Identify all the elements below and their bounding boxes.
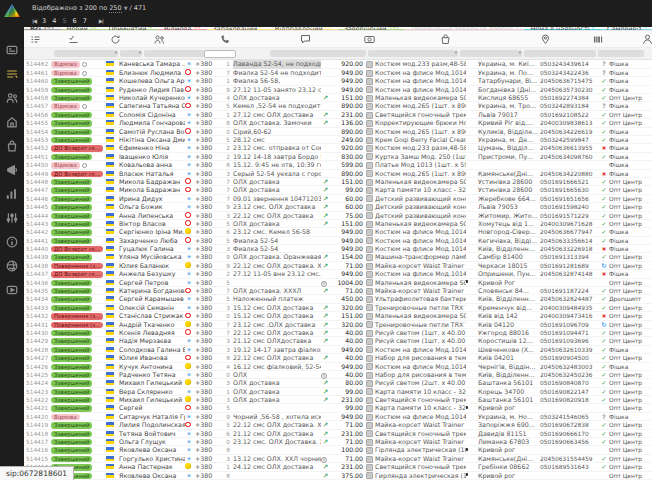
table-row[interactable]: 514433ЗавершенийОлексій Семанін✶+380315.… xyxy=(24,304,652,312)
table-row[interactable]: 514461ВідмоваБлизнюк Людмила ...+3807Фиа… xyxy=(24,69,652,77)
per-page-caret-icon[interactable]: ▼ xyxy=(124,5,128,11)
column-id-icon[interactable] xyxy=(30,34,41,45)
table-row[interactable]: 514424ЗавершенийМихаил Гилецький+3803ОЛХ… xyxy=(24,379,652,387)
sidebar-item-settings[interactable] xyxy=(5,211,19,225)
table-row[interactable]: 514449ДО Возврат ск...Власюк Наталья✶+38… xyxy=(24,170,652,178)
table-row[interactable]: 514416ЗавершенийЯковлева Оксана✶+3808100… xyxy=(24,446,652,454)
filter-input[interactable] xyxy=(204,50,236,58)
column-barcode-icon[interactable] xyxy=(593,34,604,45)
table-row[interactable]: 514458ЗавершенийНиколай Кучеренко✶+3804О… xyxy=(24,94,652,102)
tab-shipped[interactable]: Відправлений12 xyxy=(269,27,338,31)
column-comment-icon[interactable] xyxy=(300,34,311,45)
tab-completed[interactable]: Завершений278 xyxy=(338,27,405,31)
table-row[interactable]: 514455ЗавершенийЛюдмила Гончарова✶+3808О… xyxy=(24,119,652,127)
table-row[interactable]: 514434ЗавершенийСергей Карамышев✶+3805На… xyxy=(24,295,652,303)
page-4[interactable]: 4 xyxy=(52,17,56,25)
table-row[interactable]: 514423ЗавершенийВера Скляренко✶+3801ОЛХ … xyxy=(24,388,652,396)
table-row[interactable]: 514437ДО Возврат ск...Анжела Безушку✶+38… xyxy=(24,270,652,278)
table-row[interactable]: 514460ЗавершенийКошелева Ольга Ар...✶+38… xyxy=(24,77,652,85)
per-page-value[interactable]: 250 xyxy=(109,4,121,13)
sidebar-item-customers[interactable] xyxy=(5,91,19,105)
filter-select[interactable]: ▾ xyxy=(120,50,142,57)
tab-packed[interactable]: Запакований1 xyxy=(207,27,269,31)
sidebar-item-orders[interactable] xyxy=(5,67,19,81)
table-row[interactable]: 514419ЗавершенийЛилия Подолинская+380522… xyxy=(24,421,652,429)
column-person-icon[interactable] xyxy=(642,34,652,45)
page-7[interactable]: 7 xyxy=(83,17,87,25)
filter-select[interactable] xyxy=(524,50,596,57)
table-row[interactable]: 514457ВідмоваСапегина Татьяна С...+3805К… xyxy=(24,102,652,110)
table-row[interactable]: 514445ЗавершенийОльга Божик✶+380923.12 с… xyxy=(24,203,652,211)
sidebar-item-marketing[interactable] xyxy=(5,163,19,177)
table-row[interactable]: 514413ЗавершенийЯковлева Оксана✶+3808↗37… xyxy=(24,472,652,480)
table-row[interactable]: 514417ЗавершенийОльга Глущук✶+380023.12 … xyxy=(24,438,652,446)
tab-refused[interactable]: Відмова42 xyxy=(158,27,206,31)
table-row[interactable]: 514448ЗавершенийМикола Бадражан+3807ОЛХ … xyxy=(24,178,652,186)
table-row[interactable]: 514431Повернення (з...Андрій Ткаченко+38… xyxy=(24,321,652,329)
column-refresh-icon[interactable] xyxy=(110,34,121,45)
table-row[interactable]: 514426ЗавершенийКучук Антонина+380416.12… xyxy=(24,363,652,371)
table-row[interactable]: 514447ЗавершенийМикола Бадражан+3807ОЛХ … xyxy=(24,186,652,194)
table-row[interactable]: 514462ВідмоваКаневська Тамара ...✶+3801Л… xyxy=(24,60,652,68)
sidebar-item-info[interactable] xyxy=(5,235,19,249)
table-row[interactable]: 514430ЗавершенийКсенія Левадняя+380722.1… xyxy=(24,329,652,337)
table-row[interactable]: 514414ЗавершенийАнна Пастернак+380124.12… xyxy=(24,463,652,471)
tab-new[interactable]: Новий48 xyxy=(61,27,103,31)
table-row[interactable]: 514452ДО Возврат ск...Єфименко Ніна✶+380… xyxy=(24,144,652,152)
filter-select[interactable]: ▾ xyxy=(460,50,522,57)
sidebar-item-browser[interactable] xyxy=(5,259,19,273)
last-page-icon[interactable]: ▶| xyxy=(99,18,103,24)
tab-return-in-transit[interactable]: Повернення товару (в дорозі)0 xyxy=(405,27,524,31)
table-row[interactable]: 514427ЗавершенийЮлия Иванова+380822.12 с… xyxy=(24,354,652,362)
sidebar-item-store[interactable] xyxy=(5,115,19,129)
sidebar-item-video[interactable] xyxy=(5,283,19,297)
table-row[interactable]: 514441ЗавершенийЗахарченко Люба+3805Фиал… xyxy=(24,237,652,245)
first-page-icon[interactable]: |◀ xyxy=(32,18,36,24)
column-people-icon[interactable] xyxy=(154,34,165,45)
column-status-icon[interactable] xyxy=(68,34,79,45)
sidebar-item-statistics[interactable] xyxy=(5,187,19,201)
table-row[interactable]: 514425ЗавершенийРадченко Тетяна✶+3800ОЛХ… xyxy=(24,371,652,379)
filter-select[interactable]: ▾ xyxy=(368,50,458,57)
table-row[interactable]: 514453ЗавершенийНікітіна Оксана Дми...✶+… xyxy=(24,136,652,144)
table-row[interactable]: 514454ЗавершенийСамотій Руслана Во...+38… xyxy=(24,128,652,136)
tab-out-of-stock[interactable]: Нема в наявності1 xyxy=(524,27,601,31)
sidebar-item-purchases[interactable] xyxy=(5,139,19,153)
tab-accepted[interactable]: Прийнятий7 xyxy=(103,27,158,31)
app-logo[interactable] xyxy=(3,3,21,19)
table-row[interactable]: 514429ЗавершенийНадія Мерзаєва✶+380321.1… xyxy=(24,337,652,345)
table-row[interactable]: 514435ЗавершенийКатерина Богданова+3807О… xyxy=(24,287,652,295)
table-row[interactable]: 514432Повернення (з...Станіслав Стрижак+… xyxy=(24,312,652,320)
column-money-icon[interactable] xyxy=(364,34,375,45)
table-row[interactable]: 514415ЗавершенийГоргулько Христина...✶+3… xyxy=(24,455,652,463)
column-phone-icon[interactable] xyxy=(220,34,231,45)
column-product-icon[interactable] xyxy=(440,34,451,45)
tab-pickup[interactable]: Самовивіз2 xyxy=(601,27,652,31)
table-row[interactable]: 514421ЗавершенийСергей+380599.00Карта па… xyxy=(24,404,652,412)
table-row[interactable]: 514450ВідмоваКовальова анна✶+380815.12. … xyxy=(24,161,652,169)
table-row[interactable]: 514459ЗавершенийРуденко Лидия Пав...+380… xyxy=(24,86,652,94)
table-row[interactable]: 514442ЗавершенийСергіюнко Іріна Ми...+38… xyxy=(24,228,652,236)
table-row[interactable]: 514443ЗавершенийВіктор Власов+3805ОЛХ до… xyxy=(24,220,652,228)
table-row[interactable]: 514436ЗавершенийСергей Петров✶+3805$1004… xyxy=(24,279,652,287)
page-6[interactable]: 6 xyxy=(73,17,77,25)
filter-select[interactable] xyxy=(270,50,366,57)
table-row[interactable]: 514444ЗавершенийАнна Липенська+380322.12… xyxy=(24,212,652,220)
table-row[interactable]: 514418ЗавершенийТетяна Войтович✶+380621.… xyxy=(24,430,652,438)
page-3[interactable]: 3 xyxy=(42,17,46,25)
page-5[interactable]: 5 xyxy=(62,17,66,25)
tab-all[interactable]: Всі471 xyxy=(24,27,61,31)
sidebar-item-pos-terminal[interactable] xyxy=(5,43,19,57)
table-row[interactable]: 514420ВідмоваСитарчук Наталія Гр...✶+380… xyxy=(24,413,652,421)
table-row[interactable]: 514422ЗавершенийМихаил Гилецький+3803ОЛХ… xyxy=(24,396,652,404)
table-row[interactable]: 514439ЗавершенийУляна Мусійовська✶+3809О… xyxy=(24,253,652,261)
table-row[interactable]: 514440ДО Возврат ск...Гуцалюк Галина✶+38… xyxy=(24,245,652,253)
filter-select[interactable]: ▾ xyxy=(54,50,118,57)
column-location-icon[interactable] xyxy=(540,34,551,45)
table-row[interactable]: 514446ЗавершенийИрина Дидух✶+380709.01 з… xyxy=(24,195,652,203)
table-row[interactable]: 514451ЗавершенийІващенко Юлія✶+380219.12… xyxy=(24,153,652,161)
filter-select[interactable] xyxy=(598,50,644,57)
table-row[interactable]: 514428ЗавершенийСолодкова Галина В...✶+3… xyxy=(24,346,652,354)
table-row[interactable]: 514456ЗавершенийСоломія Сідоніна✶+380127… xyxy=(24,111,652,119)
table-row[interactable]: 514438Повернення (з...Юлия Баланюк+38092… xyxy=(24,262,652,270)
